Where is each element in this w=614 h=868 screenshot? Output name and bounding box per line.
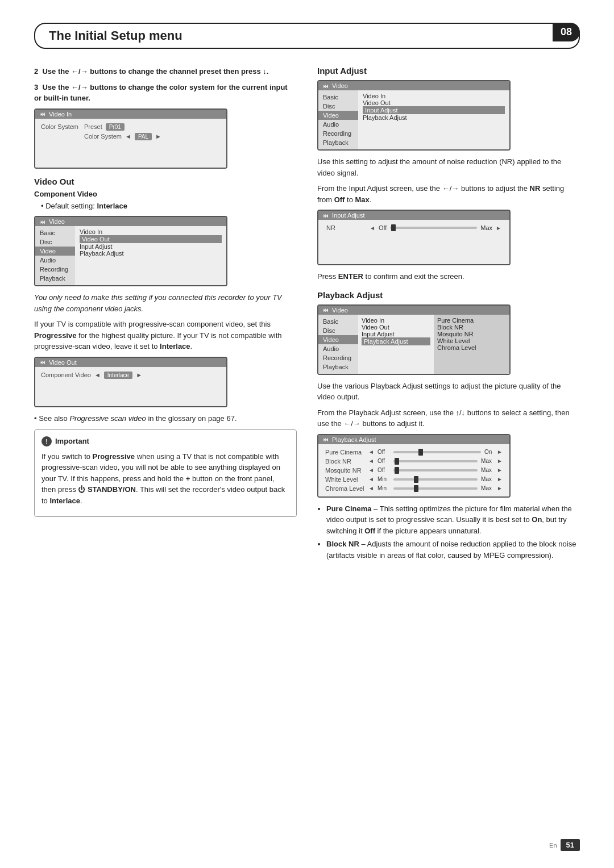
- pb-pure-cinema-label: Pure Cinema: [325, 449, 365, 456]
- pb-mosquito-nr-row: Mosquito NR ◄ Off Max ►: [323, 466, 505, 475]
- left-column: 2 Use the ←/→ buttons to change the chan…: [34, 66, 297, 566]
- wl-thumb: [414, 476, 418, 483]
- component-video-heading: Component Video: [34, 190, 297, 198]
- input-adjust-desc1: Use this setting to adjust the amount of…: [317, 156, 580, 178]
- label-color-system: Color System: [41, 123, 81, 130]
- arrow-left-wl: ◄: [368, 476, 374, 482]
- screen-titlebar-pb-sliders: ⏮ Playback Adjust: [318, 435, 509, 444]
- screen-menu-video-out: Basic Disc Video Audio Recording Playbac…: [35, 226, 75, 285]
- pb-menu-video-active: Video: [318, 335, 358, 344]
- important-label: Important: [55, 436, 89, 448]
- menu-disc: Disc: [35, 237, 75, 247]
- important-text: If you switch to Progressive when using …: [42, 451, 289, 507]
- menu-audio: Audio: [35, 256, 75, 265]
- pb-content-playback-adjust-active: Playback Adjust: [362, 337, 430, 345]
- cl-min-label: Min: [377, 485, 390, 491]
- menu-recording: Recording: [35, 265, 75, 274]
- screen-menu-input-adjust: Basic Disc Video Audio Recording Playbac…: [318, 90, 358, 149]
- input-adjust-heading: Input Adjust: [317, 66, 580, 76]
- menu-basic: Basic: [35, 228, 75, 237]
- screen-titlebar-playback: ⏮ Video: [318, 306, 509, 315]
- content-video-out-active: Video Out: [80, 235, 222, 243]
- screen-icon-video-out-comp: ⏮: [40, 359, 45, 365]
- bullet-block-nr: Block NR – Adjusts the amount of noise r…: [326, 539, 580, 561]
- playback-adjust-desc1: Use the various Playback Adjust settings…: [317, 381, 580, 403]
- pb-right-block-nr: Block NR: [437, 324, 506, 331]
- mnr-max-label: Max: [481, 467, 493, 473]
- footer-page-num: 51: [561, 839, 580, 851]
- screen-title-input-adjust: Video: [332, 82, 348, 89]
- italic-note: You only need to make this setting if yo…: [34, 292, 297, 314]
- arrow-left-pc: ◄: [368, 449, 374, 455]
- cl-track: [393, 487, 478, 490]
- pb-pure-cinema-row: Pure Cinema ◄ Off On ►: [323, 448, 505, 457]
- page-header: The Initial Setup menu 08: [34, 23, 580, 49]
- arrow-right-mnr: ►: [497, 467, 503, 473]
- arrow-left-mnr: ◄: [368, 467, 374, 473]
- ia-content-video-out: Video Out: [363, 99, 505, 106]
- screen-row-color-system-pal: Color System ◄ PAL ►: [41, 132, 221, 141]
- screen-icon-video-in: ⏮: [40, 111, 45, 117]
- screen-body-input-adjust: Basic Disc Video Audio Recording Playbac…: [318, 90, 509, 149]
- pb-menu-basic: Basic: [318, 317, 358, 326]
- warning-icon: !: [42, 436, 52, 446]
- arrow-right-pal: ►: [155, 133, 161, 140]
- intro-para1: 2 Use the ←/→ buttons to change the chan…: [34, 66, 297, 77]
- mnr-track: [393, 469, 478, 471]
- ia-menu-basic: Basic: [318, 93, 358, 102]
- enter-note: Press ENTER to confirm and exit the scre…: [317, 271, 580, 282]
- pb-menu-playback: Playback: [318, 362, 358, 372]
- footer: En 51: [549, 839, 580, 851]
- nr-slider-track: [390, 227, 477, 229]
- arrow-left-nr: ◄: [370, 225, 375, 231]
- screen-menu-playback: Basic Disc Video Audio Recording Playbac…: [318, 315, 358, 374]
- screen-icon-playback: ⏮: [323, 307, 329, 313]
- pc-track: [393, 451, 481, 453]
- right-column: Input Adjust ⏮ Video Basic Disc Video Au…: [317, 66, 580, 566]
- pb-white-level-row: White Level ◄ Min Max ►: [323, 475, 505, 484]
- bnr-thumb: [395, 458, 399, 465]
- screen-row-component-video: Component Video ◄ Interlace ►: [41, 370, 221, 380]
- screen-title-video-out-comp: Video Out: [49, 359, 77, 366]
- main-content: 2 Use the ←/→ buttons to change the chan…: [34, 66, 580, 566]
- ia-content-video-in: Video In: [363, 93, 505, 99]
- pb-menu-disc: Disc: [318, 326, 358, 335]
- playback-adjust-desc2: From the Playback Adjust screen, use the…: [317, 407, 580, 429]
- pb-content-video-in: Video In: [362, 317, 430, 324]
- cl-thumb: [414, 485, 418, 492]
- content-playback-adjust: Playback Adjust: [80, 250, 222, 257]
- nr-slider-thumb: [391, 224, 396, 231]
- video-out-menu-screen: ⏮ Video Basic Disc Video Audio Recording…: [34, 216, 227, 286]
- bullet-pure-cinema: Pure Cinema – This setting optimizes the…: [326, 503, 580, 537]
- pb-mosquito-nr-label: Mosquito NR: [325, 467, 365, 474]
- screen-content-playback-outer: Video In Video Out Input Adjust Playback…: [358, 315, 509, 374]
- bnr-track: [393, 460, 478, 462]
- nr-max-label: Max: [480, 224, 492, 231]
- screen-icon-video-out: ⏮: [40, 219, 45, 225]
- pb-white-level-label: White Level: [325, 476, 365, 483]
- ia-menu-recording: Recording: [318, 129, 358, 138]
- arrow-right-cl: ►: [497, 485, 503, 491]
- pb-menu-recording: Recording: [318, 353, 358, 362]
- page-number-badge: 08: [553, 23, 580, 41]
- content-video-in: Video In: [80, 228, 222, 235]
- cl-max-label: Max: [481, 485, 493, 491]
- arrow-left-interlace: ◄: [94, 372, 101, 378]
- arrow-right-nr: ►: [496, 225, 501, 231]
- label-preset: Preset: [84, 123, 102, 130]
- pb-block-nr-label: Block NR: [325, 458, 365, 465]
- menu-playback: Playback: [35, 274, 75, 283]
- ia-menu-disc: Disc: [318, 102, 358, 111]
- footer-lang: En: [549, 842, 557, 849]
- intro-para2: 3 Use the ←/→ buttons to change the colo…: [34, 82, 297, 104]
- pc-off-label: Off: [377, 449, 390, 455]
- screen-body-playback: Basic Disc Video Audio Recording Playbac…: [318, 315, 509, 374]
- screen-icon-pb-sliders: ⏮: [323, 436, 329, 443]
- pb-content-input-adjust: Input Adjust: [362, 331, 430, 337]
- screen-title-video-in: Video In: [49, 111, 72, 118]
- screen-title-pb-sliders: Playback Adjust: [332, 436, 376, 443]
- pb-chroma-level-row: Chroma Level ◄ Min Max ►: [323, 484, 505, 493]
- arrow-right-interlace: ►: [136, 372, 142, 378]
- arrow-left-bnr: ◄: [368, 458, 374, 464]
- screen-row-color-system-preset: Color System Preset Pr01: [41, 122, 221, 132]
